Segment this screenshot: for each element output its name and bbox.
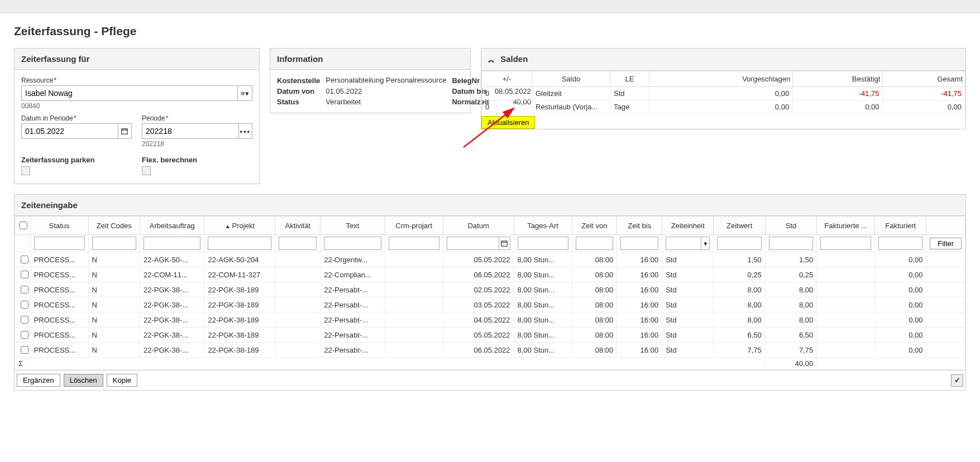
row-checkbox[interactable]: [21, 316, 28, 324]
cell-status: PROCESS...: [30, 343, 88, 358]
cell-text: 22-Persabt-...: [321, 297, 385, 312]
flex-checkbox[interactable]: [142, 166, 151, 175]
periode-lookup-button[interactable]: •••: [239, 123, 252, 139]
add-button[interactable]: Ergänzen: [17, 374, 60, 387]
cell-einheit: Std: [662, 252, 714, 267]
grid-h-tagesart[interactable]: Tages-Art: [514, 216, 572, 235]
cell-wert: 0,25: [714, 267, 765, 282]
grid-h-aktiv[interactable]: Aktivität: [275, 216, 321, 235]
cell-von: 08:00: [572, 252, 617, 267]
sal-h-pm[interactable]: +/-: [482, 71, 532, 87]
panel1-title: Zeiterfassung für: [15, 49, 259, 70]
sal-saldo: Resturlaub (Vorja...: [532, 100, 610, 114]
cell-std: 8,00: [765, 297, 816, 312]
sal-h-ges[interactable]: Gesamt: [883, 71, 965, 87]
filter-fakts[interactable]: [820, 237, 871, 250]
datum-input[interactable]: [21, 123, 118, 139]
row-checkbox[interactable]: [21, 331, 28, 339]
cell-aktiv: [275, 252, 321, 267]
cell-aktiv: [275, 282, 321, 297]
kostenstelle-value: Personalabteilung Personalressource: [326, 76, 446, 85]
grid-h-text[interactable]: Text: [321, 216, 385, 235]
grid-h-fakt[interactable]: Fakturiert: [875, 216, 926, 235]
cell-auftrag: 22-PGK-38-...: [140, 282, 204, 297]
grid-h-crm[interactable]: Crm-projart: [385, 216, 443, 235]
ressource-input[interactable]: [21, 85, 238, 101]
grid-h-auftrag[interactable]: Arbeitsauftrag: [140, 216, 204, 235]
table-row[interactable]: PROCESS...N22-PGK-38-...22-PGK-38-18922-…: [15, 297, 965, 312]
cell-status: PROCESS...: [30, 328, 88, 343]
cell-status: PROCESS...: [30, 282, 88, 297]
cell-aktiv: [275, 297, 321, 312]
filter-button[interactable]: Filter: [930, 238, 962, 249]
filter-std[interactable]: [769, 237, 813, 250]
sal-h-saldo[interactable]: Saldo: [532, 71, 610, 87]
grid-h-von[interactable]: Zeit von: [572, 216, 617, 235]
table-row[interactable]: PROCESS...N22-PGK-38-...22-PGK-38-18922-…: [15, 282, 965, 297]
cell-datum: 04.05.2022: [443, 312, 514, 328]
grid-h-wert[interactable]: Zeitwert: [714, 216, 765, 235]
grid-h-bis[interactable]: Zeit bis: [617, 216, 662, 235]
von-value: 01.05.2022: [326, 87, 446, 95]
panel3-header[interactable]: ︽ Salden: [481, 49, 965, 71]
filter-status[interactable]: [34, 237, 85, 250]
grid-h-einheit[interactable]: Zeiteinheit: [662, 216, 714, 235]
delete-button[interactable]: Löschen: [64, 374, 103, 387]
cell-std: 7,75: [765, 343, 816, 358]
filter-einheit[interactable]: [666, 237, 701, 250]
copy-button[interactable]: Kopie: [107, 374, 137, 387]
grid-h-codes[interactable]: Zeit Codes: [88, 216, 140, 235]
grid-h-datum[interactable]: Datum: [443, 216, 514, 235]
panel-salden: ︽ Salden +/- Saldo LE Vorgeschlagen Best…: [481, 48, 966, 129]
filter-von[interactable]: [576, 237, 614, 250]
periode-input[interactable]: [142, 123, 239, 139]
table-row[interactable]: PROCESS...N22-PGK-38-...22-PGK-38-18922-…: [15, 328, 965, 343]
filter-wert[interactable]: [717, 237, 761, 250]
datum-calendar-button[interactable]: [118, 123, 132, 139]
filter-auftrag[interactable]: [144, 237, 200, 250]
row-checkbox[interactable]: [21, 271, 28, 278]
filter-text[interactable]: [324, 237, 381, 250]
filter-codes[interactable]: [92, 237, 136, 250]
filter-tagesart[interactable]: [518, 237, 568, 250]
grid-h-status[interactable]: Status: [30, 216, 88, 235]
sal-best: 0,00: [793, 100, 883, 114]
park-label: Zeiterfassung parken: [21, 156, 132, 164]
filter-einheit-dd[interactable]: ▾: [701, 237, 710, 250]
refresh-button[interactable]: Aktualisieren: [481, 116, 535, 129]
filter-aktiv[interactable]: [279, 237, 317, 250]
grid-confirm-button[interactable]: ✔: [951, 374, 963, 387]
cell-crm: [385, 328, 443, 343]
table-row[interactable]: PROCESS...N22-COM-11...22-COM-11-32722-C…: [15, 267, 965, 282]
grid-h-select[interactable]: [15, 216, 31, 235]
filter-projekt[interactable]: [208, 237, 271, 250]
table-row[interactable]: PROCESS...N22-PGK-38-...22-PGK-38-18922-…: [15, 312, 965, 328]
filter-crm[interactable]: [389, 237, 439, 250]
row-checkbox[interactable]: [21, 301, 28, 309]
filter-datum[interactable]: [447, 237, 499, 250]
grid-h-projekt[interactable]: Projekt: [204, 216, 275, 235]
cell-von: 08:00: [572, 312, 617, 328]
table-row[interactable]: PROCESS...N22-AGK-50-...22-AGK-50-20422-…: [15, 252, 965, 267]
select-all-checkbox[interactable]: [20, 222, 27, 229]
sal-h-best[interactable]: Bestätigt: [793, 71, 883, 87]
sal-h-le[interactable]: LE: [610, 71, 649, 87]
row-checkbox[interactable]: [21, 286, 28, 293]
filter-fakt[interactable]: [878, 237, 922, 250]
filter-bis[interactable]: [620, 237, 658, 250]
sal-h-vorg[interactable]: Vorgeschlagen: [649, 71, 793, 87]
cell-wert: 8,00: [714, 312, 765, 328]
grid-h-std[interactable]: Std: [765, 216, 816, 235]
grid-h-fakts[interactable]: Fakturierte ...: [817, 216, 875, 235]
cell-fakts: [817, 343, 875, 358]
cell-datum: 02.05.2022: [443, 282, 514, 297]
filter-datum-cal-button[interactable]: [499, 237, 510, 250]
ressource-lookup-button[interactable]: ≡▾: [238, 85, 252, 101]
salden-row[interactable]: 0GleitzeitStd0,00-41,75-41,75: [482, 87, 965, 100]
table-row[interactable]: PROCESS...N22-PGK-38-...22-PGK-38-18922-…: [15, 343, 965, 358]
cell-text: 22-Complian...: [321, 267, 385, 282]
salden-row[interactable]: 0Resturlaub (Vorja...Tage0,000,000,00: [482, 100, 965, 114]
park-checkbox[interactable]: [21, 166, 30, 175]
row-checkbox[interactable]: [21, 256, 28, 263]
row-checkbox[interactable]: [21, 346, 28, 354]
